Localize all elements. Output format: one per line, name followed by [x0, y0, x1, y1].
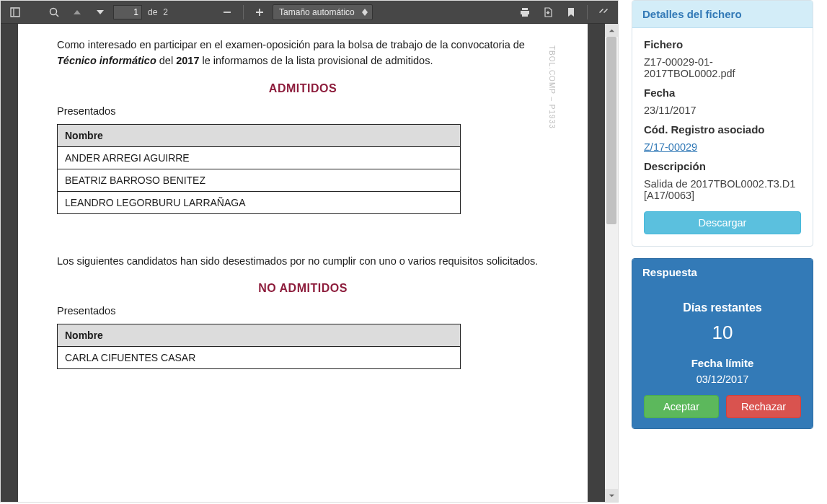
zoom-select-arrows	[362, 9, 368, 16]
scroll-up-icon[interactable]	[605, 24, 618, 37]
panel-response-title: Respuesta	[632, 259, 813, 286]
cod-link[interactable]: Z/17-00029	[644, 141, 697, 153]
pdf-viewer: de 2 Tamaño automático TBOL.COMP – P1933…	[0, 0, 619, 503]
accept-button[interactable]: Aceptar	[644, 395, 719, 418]
fecha-label: Fecha	[644, 87, 801, 99]
next-page-icon[interactable]	[90, 2, 110, 22]
table-noadmitidos: Nombre CARLA CIFUENTES CASAR	[57, 324, 461, 369]
panel-response: Respuesta Días restantes 10 Fecha límite…	[632, 258, 813, 429]
desc-label: Descripción	[644, 160, 801, 172]
search-icon[interactable]	[44, 2, 64, 22]
heading-noadmitidos: NO ADMITIDOS	[57, 282, 549, 295]
panel-details-title: Detalles del fichero	[632, 1, 813, 28]
label-presentados-2: Presentados	[57, 305, 549, 317]
doc-intro: Como interesado en participar en el exam…	[57, 37, 549, 69]
download-icon[interactable]	[538, 2, 558, 22]
table-row: LEANDRO LEGORBURU LARRAÑAGA	[58, 191, 461, 213]
col-nombre: Nombre	[58, 124, 461, 146]
heading-admitidos: ADMITIDOS	[57, 82, 549, 95]
download-button[interactable]: Descargar	[644, 211, 801, 234]
table-row: CARLA CIFUENTES CASAR	[58, 347, 461, 369]
tools-icon[interactable]	[593, 2, 614, 22]
page-separator: de	[148, 7, 157, 17]
cod-label: Cód. Registro asociado	[644, 123, 801, 136]
desc-value: Salida de 2017TBOL0002.T3.D1 [A17/0063]	[644, 178, 801, 201]
scroll-down-icon[interactable]	[605, 489, 618, 502]
fichero-label: Fichero	[644, 38, 801, 50]
doc-mid-text: Los siguientes candidatos han sido deses…	[57, 253, 549, 269]
pdf-page: TBOL.COMP – P1933 Como interesado en par…	[18, 24, 588, 502]
svg-point-0	[50, 8, 57, 14]
right-pane: Detalles del fichero Fichero Z17-00029-0…	[632, 0, 813, 504]
reject-button[interactable]: Rechazar	[726, 395, 801, 418]
limit-value: 03/12/2017	[644, 373, 801, 385]
zoom-select-label: Tamaño automático	[279, 7, 355, 17]
zoom-out-icon[interactable]	[217, 2, 237, 22]
table-admitidos: Nombre ANDER ARREGI AGUIRRE BEATRIZ BARR…	[57, 124, 461, 214]
scroll-thumb[interactable]	[606, 37, 616, 224]
scrollbar[interactable]	[605, 24, 618, 502]
prev-page-icon[interactable]	[67, 2, 87, 22]
page-total: 2	[163, 7, 168, 17]
fichero-value: Z17-00029-01-2017TBOL0002.pdf	[644, 56, 801, 79]
scroll-track[interactable]	[605, 37, 618, 489]
limit-label: Fecha límite	[644, 357, 801, 369]
zoom-select[interactable]: Tamaño automático	[273, 4, 373, 20]
days-label: Días restantes	[644, 301, 801, 314]
zoom-in-icon[interactable]	[249, 2, 270, 22]
col-nombre: Nombre	[58, 324, 461, 347]
pdf-toolbar: de 2 Tamaño automático	[1, 1, 618, 24]
sidebar-toggle-icon[interactable]	[5, 2, 25, 22]
days-value: 10	[644, 322, 801, 344]
page-number-input[interactable]	[113, 5, 142, 19]
table-row: BEATRIZ BARROSO BENITEZ	[58, 169, 461, 191]
pdf-body: TBOL.COMP – P1933 Como interesado en par…	[1, 24, 618, 502]
table-row: ANDER ARREGI AGUIRRE	[58, 146, 461, 169]
fecha-value: 23/11/2017	[644, 105, 801, 116]
watermark: TBOL.COMP – P1933	[548, 45, 556, 129]
bookmark-icon[interactable]	[561, 2, 581, 22]
label-presentados-1: Presentados	[57, 105, 549, 117]
panel-details: Detalles del fichero Fichero Z17-00029-0…	[632, 0, 813, 247]
print-icon[interactable]	[515, 2, 535, 22]
